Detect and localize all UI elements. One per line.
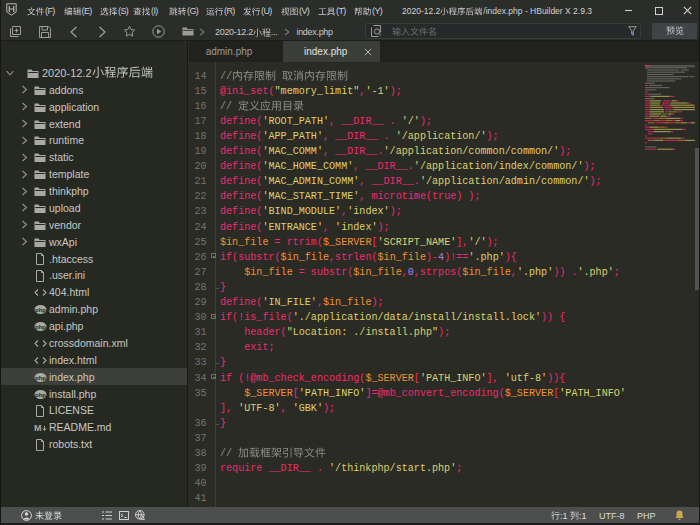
svg-text:php: php [35,391,46,397]
svg-text:M: M [34,423,42,433]
svg-text:php: php [35,324,46,330]
svg-text:php: php [35,307,46,313]
svg-text:php: php [35,374,46,380]
